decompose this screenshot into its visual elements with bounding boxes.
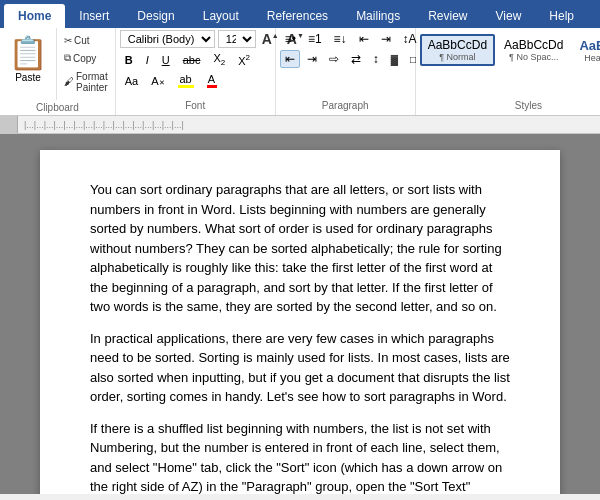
- bold-button[interactable]: B: [120, 52, 138, 68]
- align-center-button[interactable]: ⇥: [302, 50, 322, 68]
- ribbon: 📋 Paste ✂ Cut ⧉ Copy 🖌: [0, 28, 600, 116]
- heading1-style-label: Heading 1: [584, 53, 600, 63]
- heading1-style-preview: AaBbCc: [579, 38, 600, 53]
- change-case-button[interactable]: Aa: [120, 73, 143, 89]
- increase-indent-button[interactable]: ⇥: [376, 30, 396, 48]
- normal-style-preview: AaBbCcDd: [428, 38, 487, 52]
- document-page: You can sort ordinary paragraphs that ar…: [40, 150, 560, 494]
- align-left-button[interactable]: ⇤: [280, 50, 300, 68]
- paste-label: Paste: [15, 72, 41, 83]
- justify-button[interactable]: ⇄: [346, 50, 366, 68]
- font-group: Calibri (Body) 12 A▲ A▼ B I U abc X2: [116, 28, 276, 115]
- ruler: |...|...|...|...|...|...|...|...|...|...…: [0, 116, 600, 134]
- underline-button[interactable]: U: [157, 52, 175, 68]
- paragraph-3: If there is a shuffled list beginning wi…: [90, 419, 510, 495]
- tab-view[interactable]: View: [482, 4, 536, 28]
- multilevel-list-button[interactable]: ≡↓: [329, 30, 352, 48]
- no-spacing-style-button[interactable]: AaBbCcDd ¶ No Spac...: [497, 35, 570, 65]
- normal-style-button[interactable]: AaBbCcDd ¶ Normal: [420, 34, 495, 66]
- tab-references[interactable]: References: [253, 4, 342, 28]
- tab-help[interactable]: Help: [535, 4, 588, 28]
- paragraph-group: ≡• ≡1 ≡↓ ⇤ ⇥ ↕A ¶ ⇤ ⇥ ⇨ ⇄ ↕ ▓ □ Par: [276, 28, 416, 115]
- font-color-button[interactable]: A: [202, 71, 222, 90]
- superscript-button[interactable]: X2: [233, 51, 255, 69]
- normal-style-label: ¶ Normal: [439, 52, 475, 62]
- tab-mailings[interactable]: Mailings: [342, 4, 414, 28]
- tab-review[interactable]: Review: [414, 4, 481, 28]
- heading1-style-button[interactable]: AaBbCc Heading 1: [572, 35, 600, 66]
- cut-button[interactable]: ✂ Cut: [61, 34, 111, 47]
- scissors-icon: ✂: [64, 35, 72, 46]
- shading-button[interactable]: ▓: [386, 52, 403, 67]
- highlight-color-button[interactable]: ab: [173, 71, 199, 90]
- app-window: Home Insert Design Layout References Mai…: [0, 0, 600, 494]
- tab-bar: Home Insert Design Layout References Mai…: [0, 0, 600, 28]
- format-painter-button[interactable]: 🖌 Format Painter: [61, 70, 111, 94]
- paragraph-2: In practical applications, there are ver…: [90, 329, 510, 407]
- styles-group: AaBbCcDd ¶ Normal AaBbCcDd ¶ No Spac... …: [416, 28, 600, 115]
- tab-home[interactable]: Home: [4, 4, 65, 28]
- align-right-button[interactable]: ⇨: [324, 50, 344, 68]
- styles-group-label: Styles: [420, 98, 600, 113]
- document-area: You can sort ordinary paragraphs that ar…: [0, 134, 600, 494]
- tab-insert[interactable]: Insert: [65, 4, 123, 28]
- decrease-indent-button[interactable]: ⇤: [354, 30, 374, 48]
- line-spacing-button[interactable]: ↕: [368, 50, 384, 68]
- italic-button[interactable]: I: [141, 52, 154, 68]
- bullets-button[interactable]: ≡•: [280, 30, 301, 48]
- paste-button[interactable]: 📋 Paste: [0, 28, 56, 100]
- tab-layout[interactable]: Layout: [189, 4, 253, 28]
- numbering-button[interactable]: ≡1: [303, 30, 327, 48]
- clear-formatting-button[interactable]: A✕: [146, 73, 169, 89]
- copy-icon: ⧉: [64, 52, 71, 64]
- subscript-button[interactable]: X2: [208, 50, 230, 69]
- font-size-select[interactable]: 12: [218, 30, 256, 48]
- no-spacing-style-label: ¶ No Spac...: [509, 52, 558, 62]
- clipboard-label: Clipboard: [0, 100, 115, 115]
- tab-design[interactable]: Design: [123, 4, 188, 28]
- paragraph-1: You can sort ordinary paragraphs that ar…: [90, 180, 510, 317]
- paintbrush-icon: 🖌: [64, 76, 74, 87]
- paste-icon: 📋: [8, 34, 48, 72]
- paragraph-group-label: Paragraph: [280, 98, 411, 113]
- font-group-label: Font: [120, 98, 271, 113]
- no-spacing-style-preview: AaBbCcDd: [504, 38, 563, 52]
- clipboard-group: 📋 Paste ✂ Cut ⧉ Copy 🖌: [0, 28, 116, 115]
- copy-button[interactable]: ⧉ Copy: [61, 51, 111, 65]
- strikethrough-button[interactable]: abc: [178, 52, 206, 68]
- font-name-select[interactable]: Calibri (Body): [120, 30, 215, 48]
